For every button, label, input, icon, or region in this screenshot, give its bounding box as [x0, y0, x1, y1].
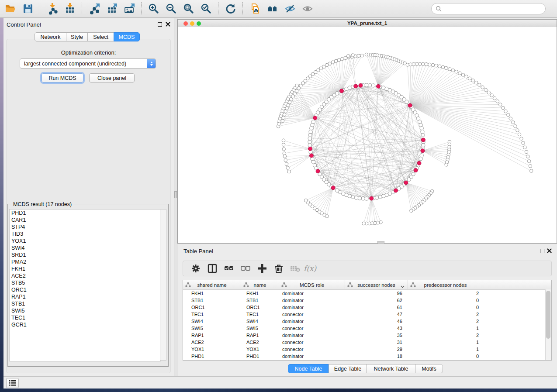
mcds-result-scrollbar[interactable]: [160, 209, 166, 361]
deselect-all-button[interactable]: [237, 262, 254, 275]
tab-style[interactable]: Style: [66, 32, 88, 41]
delete-button[interactable]: [270, 262, 287, 275]
table-row[interactable]: PHD1PHD1dominator180: [183, 353, 551, 360]
export-network-button[interactable]: [86, 1, 103, 16]
mcds-result-title: MCDS result (17 nodes): [11, 201, 73, 207]
mcds-result-item[interactable]: CAR1: [10, 217, 160, 224]
task-history-button[interactable]: [6, 378, 19, 388]
table-toolbar: f(x): [183, 261, 552, 276]
split-columns-button[interactable]: [204, 262, 221, 275]
cell-shared-name: PHD1: [183, 354, 241, 359]
table-row[interactable]: SWI4SWI4dominator462: [183, 318, 551, 325]
tab-motifs[interactable]: Motifs: [415, 364, 443, 373]
select-all-button[interactable]: [221, 262, 237, 275]
table-row[interactable]: STB1STB1dominator620: [183, 297, 551, 304]
gear-button[interactable]: [187, 262, 204, 275]
new-from-selection-button[interactable]: [246, 1, 264, 16]
tab-edge-table[interactable]: Edge Table: [329, 364, 367, 373]
network-window-titlebar[interactable]: YPA_prune.txt_1: [178, 20, 557, 28]
table-row[interactable]: ACE2ACE2connector311: [183, 339, 551, 346]
cell-successor-nodes: 96: [345, 291, 408, 296]
show-all-button[interactable]: [299, 1, 316, 16]
import-network-button[interactable]: [44, 1, 61, 16]
export-table-button[interactable]: [103, 1, 121, 16]
search-input[interactable]: [444, 5, 545, 12]
save-button[interactable]: [19, 1, 37, 16]
close-panel-button[interactable]: Close panel: [89, 73, 135, 83]
table-panel-close-icon[interactable]: [547, 248, 552, 253]
zoom-fit-button[interactable]: [180, 1, 197, 16]
table-row[interactable]: RAP1RAP1dominator352: [183, 332, 551, 339]
hide-selected-button[interactable]: [281, 1, 299, 16]
mcds-result-item[interactable]: STB1: [10, 300, 160, 307]
toolbar-separator: [141, 2, 142, 15]
table-row[interactable]: TEC1TEC1connector472: [183, 311, 551, 318]
status-bar: [3, 376, 557, 389]
cell-name: ACE2: [241, 340, 279, 345]
mcds-result-item[interactable]: TEC1: [10, 314, 160, 321]
table-row[interactable]: YOX1YOX1connector291: [183, 346, 551, 353]
vertical-splitter-handle[interactable]: [174, 191, 177, 198]
criterion-select[interactable]: largest connected component (undirected): [20, 58, 156, 69]
zoom-out-button[interactable]: [163, 1, 180, 16]
first-neighbors-button[interactable]: [264, 1, 281, 16]
horizontal-splitter-handle[interactable]: [377, 241, 384, 244]
table-scrollbar-thumb[interactable]: [546, 291, 550, 339]
cell-shared-name: STB1: [183, 298, 241, 303]
cell-predecessor-nodes: 0: [408, 305, 483, 310]
mcds-result-item[interactable]: PMA2: [10, 258, 160, 265]
cell-predecessor-nodes: 0: [408, 354, 483, 359]
cell-name: TEC1: [241, 312, 279, 317]
column-header-MCDS-role[interactable]: MCDS role: [279, 280, 345, 290]
mcds-result-item[interactable]: TID3: [10, 230, 160, 237]
network-canvas[interactable]: [178, 27, 557, 243]
control-panel-float-icon[interactable]: [158, 22, 162, 27]
zoom-in-button[interactable]: [145, 1, 163, 16]
column-type-icon: [281, 282, 287, 289]
import-table-button[interactable]: [61, 1, 79, 16]
table-panel-float-icon[interactable]: [540, 249, 544, 253]
column-header-predecessor-nodes[interactable]: predecessor nodes: [408, 280, 483, 290]
cell-shared-name: SWI4: [183, 319, 241, 324]
column-header-shared-name[interactable]: shared name: [183, 280, 241, 290]
tab-mcds[interactable]: MCDS: [114, 32, 140, 41]
column-header-filler: [483, 280, 551, 290]
mcds-result-item[interactable]: SWI4: [10, 244, 160, 251]
column-header-successor-nodes[interactable]: successor nodes: [345, 280, 408, 290]
cell-shared-name: YOX1: [183, 347, 241, 352]
mcds-result-item[interactable]: SWI5: [10, 307, 160, 314]
search-field[interactable]: [431, 3, 546, 14]
column-type-icon: [243, 282, 249, 289]
node-table-body: FKH1FKH1dominator962STB1STB1dominator620…: [183, 290, 551, 360]
tab-network-table[interactable]: Network Table: [367, 364, 415, 373]
mcds-result-list[interactable]: PHD1CAR1STP4TID3YOX1SWI4SRD1PMA2FKH1ACE2…: [9, 209, 161, 361]
cell-MCDS-role: dominator: [279, 354, 345, 359]
tab-node-table[interactable]: Node Table: [288, 364, 329, 373]
open-button[interactable]: [2, 1, 19, 16]
table-row[interactable]: SWI5SWI5connector431: [183, 325, 551, 332]
tab-network[interactable]: Network: [35, 32, 66, 41]
delete-table-button[interactable]: [287, 262, 304, 275]
tab-select[interactable]: Select: [87, 32, 114, 41]
mcds-result-item[interactable]: STB5: [10, 279, 160, 286]
table-row[interactable]: ORC1ORC1dominator610: [183, 304, 551, 311]
mcds-result-item[interactable]: RAP1: [10, 293, 160, 300]
mcds-result-item[interactable]: FKH1: [10, 265, 160, 272]
cell-MCDS-role: dominator: [279, 291, 345, 296]
column-header-name[interactable]: name: [241, 280, 279, 290]
run-mcds-button[interactable]: Run MCDS: [42, 73, 83, 83]
mcds-result-item[interactable]: ACE2: [10, 272, 160, 279]
table-row[interactable]: FKH1FKH1dominator962: [183, 290, 551, 297]
export-image-button[interactable]: [121, 1, 138, 16]
function-builder-button[interactable]: f(x): [304, 264, 316, 273]
control-panel-close-icon[interactable]: [166, 22, 170, 27]
mcds-result-item[interactable]: PHD1: [10, 210, 160, 217]
mcds-result-item[interactable]: GCR1: [10, 321, 160, 328]
mcds-result-item[interactable]: ORC1: [10, 286, 160, 293]
refresh-button[interactable]: [222, 1, 239, 16]
zoom-selected-button[interactable]: [197, 1, 215, 16]
mcds-result-item[interactable]: SRD1: [10, 251, 160, 258]
add-button[interactable]: [254, 262, 270, 275]
mcds-result-item[interactable]: YOX1: [10, 237, 160, 244]
mcds-result-item[interactable]: STP4: [10, 224, 160, 230]
